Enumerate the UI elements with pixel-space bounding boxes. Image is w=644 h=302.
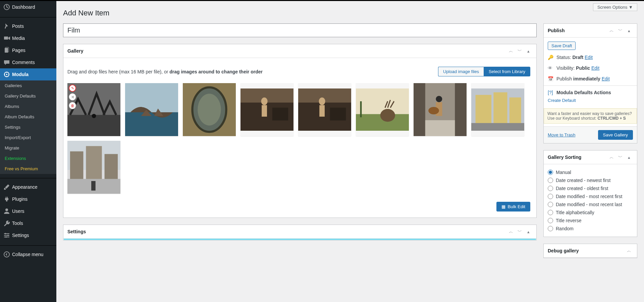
svg-rect-44	[471, 123, 524, 131]
sorting-label: Title alphabetically	[556, 210, 594, 215]
sidebar-item-settings[interactable]: Settings	[0, 229, 56, 241]
chevron-down-icon[interactable]: ﹀	[516, 47, 524, 55]
edit-publish-link[interactable]: Edit	[602, 76, 610, 81]
dashboard-icon	[3, 4, 10, 10]
sorting-option[interactable]: Title reverse	[548, 217, 633, 225]
move-to-trash-link[interactable]: Move to Trash	[548, 132, 575, 137]
sidebar-item-pages[interactable]: Pages	[0, 44, 56, 56]
caret-up-icon[interactable]: ▴	[625, 153, 633, 161]
sidebar-item-media[interactable]: Media	[0, 32, 56, 44]
title-input[interactable]	[63, 23, 537, 37]
chevron-up-icon[interactable]: ︿	[607, 26, 615, 35]
chevron-up-icon[interactable]: ︿	[625, 247, 633, 255]
svg-point-26	[319, 98, 325, 105]
sorting-option[interactable]: Manual	[548, 168, 633, 176]
key-icon: 🔑	[548, 55, 554, 60]
sidebar-item-posts[interactable]: Posts	[0, 20, 56, 32]
sidebar-sub-galleries[interactable]: Galleries	[0, 80, 56, 91]
sorting-radio[interactable]	[548, 226, 553, 231]
chevron-down-icon[interactable]: ﹀	[616, 26, 624, 35]
publish-metabox: Publish ︿ ﹀ ▴ Save Draft 🔑 Status: Draft…	[543, 23, 637, 143]
edit-status-link[interactable]: Edit	[585, 55, 593, 60]
pin-icon	[3, 23, 10, 29]
sorting-label: Manual	[556, 170, 571, 175]
sidebar-sub-album-defaults[interactable]: Album Defaults	[0, 112, 56, 122]
sorting-option[interactable]: Date created - oldest first	[548, 184, 633, 192]
sorting-radio[interactable]	[548, 202, 553, 207]
sorting-option[interactable]: Date modified - most recent first	[548, 192, 633, 200]
svg-rect-50	[91, 181, 96, 190]
screen-options-button[interactable]: Screen Options ▼	[593, 3, 637, 11]
gallery-thumb[interactable]	[67, 141, 120, 194]
gallery-thumbs: ✎ ⤮ 🗑	[67, 82, 532, 196]
sidebar-sub-free-premium[interactable]: Free vs Premium	[0, 164, 56, 174]
sorting-option[interactable]: Title alphabetically	[548, 208, 633, 217]
settings-metabox: Settings ︿ ﹀ ▴	[63, 225, 537, 240]
gallery-thumb[interactable]	[240, 83, 293, 136]
svg-rect-46	[70, 152, 84, 181]
sorting-radio[interactable]	[548, 218, 553, 223]
sorting-radio[interactable]	[548, 178, 553, 183]
sorting-radio[interactable]	[548, 210, 553, 215]
sidebar-item-plugins[interactable]: Plugins	[0, 193, 56, 205]
svg-point-5	[6, 74, 7, 75]
chevron-up-icon[interactable]: ︿	[507, 47, 515, 55]
comment-icon	[3, 59, 10, 66]
publish-title: Publish	[548, 28, 565, 33]
shuffle-icon[interactable]: ⤮	[69, 93, 76, 101]
bulk-edit-button[interactable]: ▦ Bulk Edit	[496, 202, 530, 212]
sidebar-sub-gallery-defaults[interactable]: Gallery Defaults	[0, 91, 56, 101]
save-gallery-button[interactable]: Save Gallery	[598, 130, 633, 140]
sidebar-item-collapse[interactable]: Collapse menu	[0, 248, 56, 260]
sorting-option[interactable]: Date created - newest first	[548, 176, 633, 184]
svg-rect-29	[356, 88, 409, 114]
sidebar-item-modula[interactable]: Modula	[0, 68, 56, 80]
gallery-thumb[interactable]	[125, 83, 178, 136]
sidebar-item-tools[interactable]: Tools	[0, 217, 56, 229]
chevron-up-icon[interactable]: ︿	[607, 153, 615, 161]
save-draft-button[interactable]: Save Draft	[548, 42, 576, 50]
sorting-radio[interactable]	[548, 194, 553, 199]
sidebar-item-label: Plugins	[12, 196, 28, 202]
svg-rect-36	[425, 120, 455, 136]
create-default-link[interactable]: Create Default	[548, 98, 576, 103]
sorting-option[interactable]: Date modified - most recent last	[548, 200, 633, 208]
sidebar-sub-migrate[interactable]: Migrate	[0, 143, 56, 153]
sorting-option[interactable]: Random	[548, 225, 633, 233]
calendar-icon: 📅	[548, 76, 554, 81]
svg-point-21	[261, 98, 268, 105]
sidebar-item-comments[interactable]: Comments	[0, 56, 56, 68]
sidebar-sub-settings[interactable]: Settings	[0, 122, 56, 132]
sorting-options: ManualDate created - newest firstDate cr…	[544, 164, 637, 237]
sidebar-item-label: Tools	[12, 221, 23, 226]
sorting-radio[interactable]	[548, 186, 553, 191]
gallery-thumb[interactable]	[298, 83, 351, 136]
pages-icon	[3, 47, 10, 54]
gallery-thumb[interactable]: ✎ ⤮ 🗑	[67, 83, 120, 136]
caret-up-icon[interactable]: ▴	[625, 26, 633, 35]
gallery-thumb[interactable]	[414, 83, 467, 136]
chevron-up-icon[interactable]: ︿	[507, 228, 515, 236]
sidebar-sub-extensions[interactable]: Extensions	[0, 153, 56, 164]
collapse-icon	[3, 251, 10, 258]
sidebar-sub-albums[interactable]: Albums	[0, 101, 56, 112]
sorting-radio[interactable]	[548, 170, 553, 175]
edit-icon[interactable]: ✎	[69, 84, 76, 92]
sidebar-item-users[interactable]: Users	[0, 205, 56, 217]
caret-up-icon[interactable]: ▴	[524, 228, 532, 236]
select-library-button[interactable]: Select from Library	[484, 67, 530, 76]
gallery-thumb[interactable]	[356, 83, 409, 136]
svg-rect-47	[86, 146, 102, 181]
sidebar-item-dashboard[interactable]: Dashboard	[0, 1, 56, 13]
caret-up-icon[interactable]: ▴	[524, 47, 532, 55]
upload-image-button[interactable]: Upload image files	[438, 67, 484, 76]
gallery-thumb[interactable]	[471, 83, 524, 136]
gallery-thumb[interactable]	[183, 83, 236, 136]
edit-visibility-link[interactable]: Edit	[591, 65, 599, 71]
chevron-down-icon[interactable]: ﹀	[516, 228, 524, 236]
trash-icon[interactable]: 🗑	[69, 102, 76, 109]
sidebar-sub-import[interactable]: Import/Export	[0, 132, 56, 143]
sidebar-item-appearance[interactable]: Appearance	[0, 181, 56, 193]
sorting-label: Random	[556, 226, 574, 231]
chevron-down-icon[interactable]: ﹀	[616, 153, 624, 161]
